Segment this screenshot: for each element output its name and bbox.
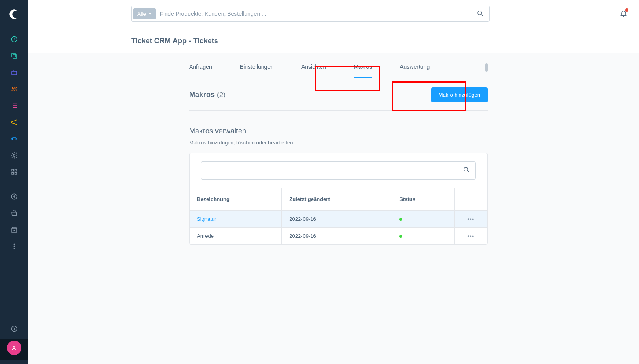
svg-rect-11 <box>15 173 17 175</box>
makros-card: Bezeichnung Zuletzt geändert Status Sign… <box>189 153 488 245</box>
svg-point-15 <box>13 248 15 249</box>
table-cell-status <box>392 211 454 228</box>
svg-point-5 <box>15 87 16 88</box>
tab-einstellungen[interactable]: Einstellungen <box>240 63 274 78</box>
plugin-icon[interactable] <box>10 135 18 143</box>
sidebar: A <box>0 0 28 364</box>
gear-icon[interactable] <box>10 151 18 159</box>
svg-rect-6 <box>12 138 16 140</box>
svg-point-4 <box>12 87 14 89</box>
subsection-desc: Makros hinzufügen, löschen oder bearbeit… <box>189 140 488 146</box>
add-makro-button[interactable]: Makro hinzufügen <box>431 87 488 102</box>
avatar[interactable]: A <box>7 341 21 355</box>
more-vertical-icon[interactable] <box>10 242 18 250</box>
notifications-button[interactable] <box>620 9 628 19</box>
table-cell-name[interactable]: Signatur <box>190 211 282 228</box>
table-header-actions <box>454 188 487 211</box>
topbar: Alle <box>28 0 639 28</box>
section-label: Makros <box>189 91 215 99</box>
row-actions-button[interactable]: ••• <box>454 228 487 245</box>
tab-makros[interactable]: Makros <box>354 63 372 78</box>
table-row[interactable]: Anrede2022-09-16••• <box>190 228 487 245</box>
table-header-changed[interactable]: Zuletzt geändert <box>282 188 392 211</box>
svg-point-16 <box>11 326 17 332</box>
svg-rect-1 <box>13 55 17 58</box>
table-cell-changed: 2022-09-16 <box>282 211 392 228</box>
makros-table: Bezeichnung Zuletzt geändert Status Sign… <box>190 188 487 244</box>
search-button[interactable] <box>473 10 488 18</box>
makros-search-button[interactable] <box>458 167 475 174</box>
search-input[interactable] <box>156 7 473 20</box>
status-dot-icon <box>399 218 402 221</box>
svg-rect-10 <box>12 173 14 175</box>
table-header-name[interactable]: Bezeichnung <box>190 188 282 211</box>
table-row[interactable]: Signatur2022-09-16••• <box>190 211 487 228</box>
store-icon[interactable] <box>10 226 18 234</box>
tab-ansichten[interactable]: Ansichten <box>301 63 326 78</box>
briefcase-icon[interactable] <box>10 68 18 76</box>
search-icon <box>463 167 470 173</box>
svg-point-17 <box>478 11 481 15</box>
svg-rect-9 <box>15 169 17 171</box>
chevron-down-icon <box>149 12 152 15</box>
logo[interactable] <box>0 0 28 28</box>
table-cell-status <box>392 228 454 245</box>
page-title: Ticket CRM App - Tickets <box>131 37 639 45</box>
apps-icon[interactable] <box>10 168 18 176</box>
plus-circle-icon[interactable] <box>10 193 18 201</box>
megaphone-icon[interactable] <box>10 118 18 126</box>
tab-scrollbar[interactable] <box>485 63 488 72</box>
collapse-icon[interactable] <box>10 325 18 333</box>
dashboard-icon[interactable] <box>10 35 18 43</box>
subsection-title: Makros verwalten <box>189 127 488 135</box>
section-count: (2) <box>217 91 226 99</box>
svg-point-13 <box>13 244 15 245</box>
global-search: Alle <box>131 6 490 22</box>
search-icon <box>477 10 484 17</box>
notification-indicator <box>625 8 628 12</box>
table-cell-changed: 2022-09-16 <box>282 228 392 245</box>
row-actions-button[interactable]: ••• <box>454 211 487 228</box>
makros-search <box>201 161 476 180</box>
svg-point-14 <box>13 246 15 247</box>
section-header: Makros (2) Makro hinzufügen <box>189 78 488 111</box>
users-icon[interactable] <box>10 85 18 93</box>
makros-search-input[interactable] <box>201 163 458 178</box>
table-header-status[interactable]: Status <box>392 188 454 211</box>
search-filter-dropdown[interactable]: Alle <box>133 8 156 19</box>
shop-icon[interactable] <box>10 209 18 217</box>
svg-point-7 <box>13 154 15 157</box>
tabs: Anfragen Einstellungen Ansichten Makros … <box>189 53 488 78</box>
table-cell-name[interactable]: Anrede <box>190 228 282 245</box>
list-icon[interactable] <box>10 102 18 110</box>
svg-rect-3 <box>12 71 17 75</box>
tab-anfragen[interactable]: Anfragen <box>189 63 212 78</box>
search-filter-label: Alle <box>137 11 146 17</box>
status-dot-icon <box>399 235 402 238</box>
tab-auswertung[interactable]: Auswertung <box>400 63 430 78</box>
svg-point-18 <box>464 167 468 171</box>
svg-rect-8 <box>12 169 14 171</box>
page-header: Ticket CRM App - Tickets <box>28 28 639 53</box>
copy-icon[interactable] <box>10 52 18 60</box>
svg-rect-2 <box>12 53 15 57</box>
avatar-initial: A <box>12 345 16 351</box>
